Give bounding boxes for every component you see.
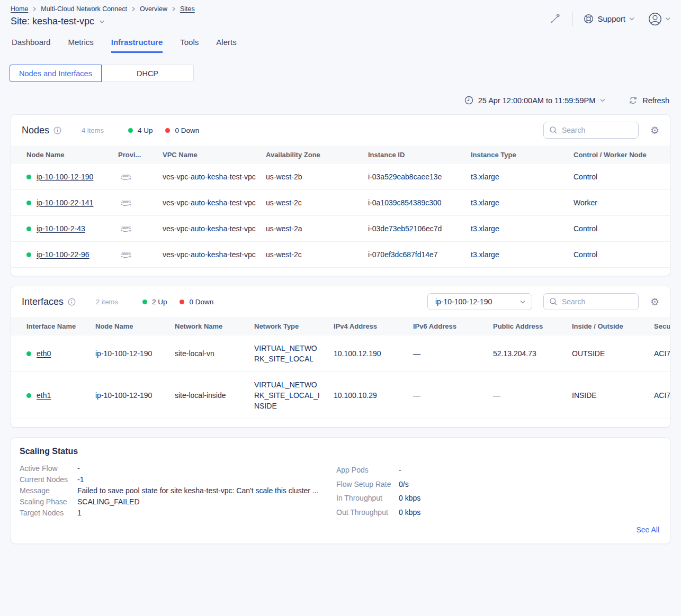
col-public-address: Public Address xyxy=(493,317,572,336)
refresh-button[interactable]: Refresh xyxy=(629,96,669,105)
inside-outside: INSIDE xyxy=(572,372,654,419)
instance-id: i-03de73eb52106ec7d xyxy=(368,216,471,242)
scaling-left-column: Active Flow- Current Nodes-1 MessageFail… xyxy=(20,463,336,519)
col-node-name: Node Name xyxy=(95,317,175,336)
interfaces-table-header: Interface Name Node Name Network Name Ne… xyxy=(11,317,670,336)
node-role: Worker xyxy=(574,190,670,216)
scaling-field: Target Nodes1 xyxy=(20,508,336,519)
nodes-table-header: Node Name Provi... VPC Name Availability… xyxy=(11,146,670,164)
scaling-field: Scaling PhaseSCALING_FAILED xyxy=(20,496,336,508)
breadcrumb-sites[interactable]: Sites xyxy=(180,5,195,13)
nodes-title: Nodes xyxy=(22,125,49,136)
aws-logo-icon: aws xyxy=(118,197,163,208)
edit-pen-icon[interactable] xyxy=(549,13,561,25)
breadcrumb-home[interactable]: Home xyxy=(11,5,28,13)
chevron-right-icon xyxy=(32,6,37,12)
green-status-dot xyxy=(26,351,31,356)
site-dropdown-chevron-icon[interactable] xyxy=(99,20,105,24)
see-all-link[interactable]: See All xyxy=(636,526,659,534)
interfaces-panel: Interfaces 2 items 2 Up 0 Down ip-10-100… xyxy=(11,286,670,428)
support-menu[interactable]: Support xyxy=(584,14,634,24)
page-title: Site: kesha-test-vpc xyxy=(11,16,94,27)
availability-zone: us-west-2c xyxy=(266,190,368,216)
vpc-name: ves-vpc-auto-kesha-test-vpc xyxy=(163,171,256,182)
subtab-dhcp[interactable]: DHCP xyxy=(102,65,194,82)
search-icon xyxy=(549,126,558,134)
network-type: VIRTUAL_NETWORK_SITE_LOCAL_INSIDE xyxy=(254,379,322,411)
col-control-worker: Control / Worker Node xyxy=(574,146,670,164)
aws-logo-icon: aws xyxy=(118,171,163,182)
chevron-down-icon xyxy=(600,98,605,102)
date-range-picker[interactable]: 25 Apr 12:00:00AM to 11:59:59PM xyxy=(464,96,605,105)
nodes-items-count: 4 items xyxy=(82,126,104,134)
divider xyxy=(572,12,573,26)
green-status-dot xyxy=(26,175,31,179)
node-link[interactable]: ip-10-100-12-190 xyxy=(37,173,93,181)
nodes-search-input[interactable] xyxy=(562,126,633,134)
info-icon[interactable] xyxy=(68,298,76,306)
tab-alerts[interactable]: Alerts xyxy=(216,38,236,53)
instance-type: t3.xlarge xyxy=(471,242,574,268)
table-row: ip-10-100-22-141 aws ves-vpc-auto-kesha-… xyxy=(11,190,670,216)
availability-zone: us-west-2a xyxy=(266,216,368,242)
node-link[interactable]: ip-10-100-2-43 xyxy=(37,224,85,233)
interfaces-table: Interface Name Node Name Network Name Ne… xyxy=(11,317,670,419)
top-bar: Home Multi-Cloud Network Connect Overvie… xyxy=(0,0,681,27)
svg-text:aws: aws xyxy=(121,198,131,204)
subtab-nodes-and-interfaces[interactable]: Nodes and Interfaces xyxy=(10,65,102,82)
chevron-right-icon xyxy=(131,6,136,12)
interfaces-up-count: 2 Up xyxy=(142,298,167,306)
col-node-name: Node Name xyxy=(11,146,118,164)
support-label: Support xyxy=(597,14,625,23)
breadcrumb-overview: Overview xyxy=(140,5,167,13)
col-ipv6-address: IPv6 Address xyxy=(413,317,493,336)
svg-text:aws: aws xyxy=(121,173,131,178)
date-range-text: 25 Apr 12:00:00AM to 11:59:59PM xyxy=(478,96,595,105)
search-icon xyxy=(549,297,558,306)
interfaces-down-count: 0 Down xyxy=(180,298,213,306)
tab-infrastructure[interactable]: Infrastructure xyxy=(111,38,163,53)
time-toolbar: 25 Apr 12:00:00AM to 11:59:59PM Refresh xyxy=(0,96,669,105)
green-status-dot xyxy=(26,393,31,398)
table-row: ip-10-100-2-43 aws ves-vpc-auto-kesha-te… xyxy=(11,216,670,242)
availability-zone: us-west-2b xyxy=(266,164,368,190)
green-status-dot xyxy=(26,227,31,231)
scaling-field: Active Flow- xyxy=(20,463,336,474)
svg-text:aws: aws xyxy=(121,224,131,230)
info-icon[interactable] xyxy=(53,126,61,134)
red-status-dot xyxy=(165,128,170,133)
tab-tools[interactable]: Tools xyxy=(180,38,199,53)
scaling-field: Current Nodes-1 xyxy=(20,474,336,485)
col-availability-zone: Availability Zone xyxy=(266,146,368,164)
account-menu[interactable] xyxy=(648,12,670,26)
green-status-dot xyxy=(142,300,147,304)
node-role: Control xyxy=(574,164,670,190)
green-status-dot xyxy=(26,252,31,257)
interface-link[interactable]: eth1 xyxy=(37,391,51,400)
public-address: 52.13.204.73 xyxy=(493,336,572,372)
security-group: ACI7R xyxy=(654,336,670,372)
ipv6-address: — xyxy=(413,336,493,372)
interface-link[interactable]: eth0 xyxy=(37,349,51,358)
topbar-actions: Support xyxy=(549,11,670,27)
red-status-dot xyxy=(180,300,184,304)
tab-metrics[interactable]: Metrics xyxy=(68,38,93,53)
node-link[interactable]: ip-10-100-22-96 xyxy=(37,250,89,259)
node-link[interactable]: ip-10-100-22-141 xyxy=(37,198,93,207)
breadcrumb-mcn-connect: Multi-Cloud Network Connect xyxy=(41,5,127,13)
gear-icon[interactable]: ⚙ xyxy=(650,297,659,307)
security-group: ACI7R xyxy=(654,372,670,419)
node-filter-select[interactable]: ip-10-100-12-190 xyxy=(427,293,532,310)
aws-logo-icon: aws xyxy=(118,249,163,260)
tab-dashboard[interactable]: Dashboard xyxy=(12,38,50,53)
gear-icon[interactable]: ⚙ xyxy=(650,125,659,135)
col-network-type: Network Type xyxy=(254,317,334,336)
nodes-search xyxy=(543,122,639,139)
instance-type: t3.xlarge xyxy=(471,216,574,242)
interfaces-search-input[interactable] xyxy=(562,297,633,306)
node-role: Control xyxy=(574,216,670,242)
public-address: — xyxy=(493,372,572,419)
interfaces-items-count: 2 items xyxy=(96,298,118,306)
col-ipv4-address: IPv4 Address xyxy=(334,317,413,336)
table-row: ip-10-100-12-190 aws ves-vpc-auto-kesha-… xyxy=(11,164,670,190)
